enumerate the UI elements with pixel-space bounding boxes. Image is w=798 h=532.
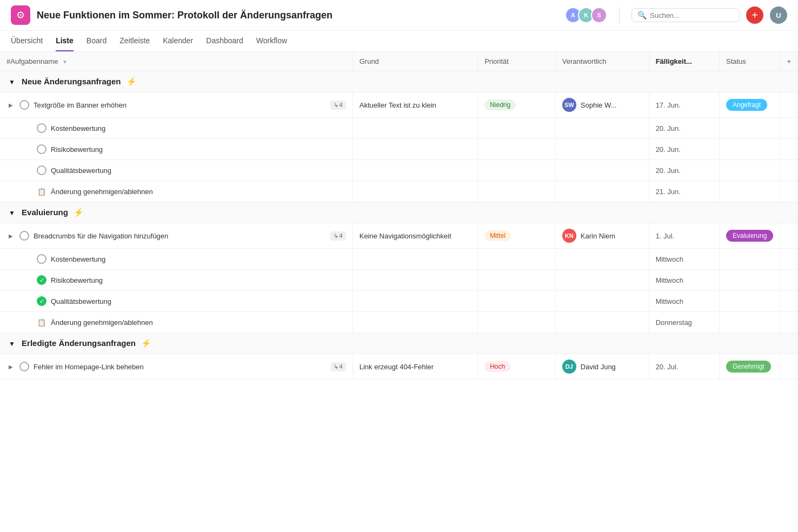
app-header: ⚙ Neue Funktionen im Sommer: Protokoll d… (0, 0, 798, 31)
section-lightning-evaluierung: ⚡ (74, 208, 84, 217)
subtask-doc-cell-row1s4: 📋 Änderung genehmigen/ablehnen (0, 181, 353, 202)
header-divider (619, 7, 620, 23)
grund-sub-row2s3 (353, 291, 477, 312)
expand-btn-row2[interactable]: ▶ (6, 231, 15, 240)
check-icon-row2s2[interactable] (37, 275, 46, 285)
col-add[interactable]: + (780, 52, 798, 71)
row-add-sub-row1s1[interactable] (780, 118, 798, 139)
date-cell-row3: 20. Jul. (649, 354, 719, 380)
subtask-cell-row1s1: Kostenbewertung (0, 118, 353, 139)
avatar-3[interactable]: S (591, 7, 607, 23)
tab-liste[interactable]: Liste (56, 31, 74, 51)
section-lightning-neue: ⚡ (127, 77, 137, 86)
section-collapse-evaluierung[interactable]: ▼ (9, 209, 15, 217)
status-doc-row1s4 (719, 181, 780, 202)
col-verantwortlich: Verantwortlich (555, 52, 649, 71)
check-icon-row2s1[interactable] (37, 254, 46, 264)
check-icon-row1s3[interactable] (37, 165, 46, 175)
task-badge-row1: ↳ 4 (330, 101, 346, 110)
check-icon-row1s1[interactable] (37, 123, 46, 133)
prio-cell-row2: Mittel (478, 223, 556, 249)
grund-cell-row3: Link erzeugt 404-Fehler (353, 354, 477, 380)
priority-badge-row2: Mittel (484, 230, 511, 241)
tab-dashboard[interactable]: Dashboard (206, 31, 243, 51)
date-cell-row2: 1. Jul. (649, 223, 719, 249)
col-faelligkeit: Fälligkeit... (649, 52, 719, 71)
check-icon-row2s3[interactable] (37, 296, 46, 306)
tab-uebersicht[interactable]: Übersicht (11, 31, 43, 51)
row-add-sub-row1s2[interactable] (780, 139, 798, 160)
row-add-sub-row1s3[interactable] (780, 160, 798, 181)
check-icon-row1[interactable] (19, 100, 29, 110)
task-name-row1s4: Änderung genehmigen/ablehnen (51, 188, 346, 196)
verant-sub-row1s3 (555, 160, 649, 181)
task-name-row1: Textgröße im Banner erhöhen (34, 101, 326, 109)
verant-cell-row2: KN Karin Niem (555, 223, 649, 249)
task-cell-row2: ▶ Breadcrumbs für die Navigation hinzufü… (0, 223, 353, 249)
grund-sub-row2s2 (353, 270, 477, 291)
task-name-row1s2: Risikobewertung (51, 145, 346, 154)
table-body: ▼ Neue Änderungsanfragen ⚡ ▶ Textgröße i… (0, 71, 798, 380)
tab-zeitleiste[interactable]: Zeitleiste (119, 31, 150, 51)
row-add-row2[interactable] (780, 223, 798, 249)
task-name-row2s3: Qualitätsbewertung (51, 297, 346, 305)
prio-doc-row2s4 (478, 312, 556, 333)
task-name-row1s3: Qualitätsbewertung (51, 167, 346, 175)
tab-workflow[interactable]: Workflow (256, 31, 287, 51)
status-sub-row1s2 (719, 139, 780, 160)
date-sub-row2s1: Mittwoch (649, 249, 719, 270)
row-add-doc-row1s4[interactable] (780, 181, 798, 202)
status-sub-row2s1 (719, 249, 780, 270)
search-input[interactable] (650, 11, 734, 19)
user-avatar[interactable]: U (770, 6, 787, 24)
row-add-sub-row2s1[interactable] (780, 249, 798, 270)
verant-sub-row2s3 (555, 291, 649, 312)
search-box[interactable]: 🔍 (631, 8, 740, 22)
section-collapse-neue[interactable]: ▼ (9, 78, 15, 86)
sort-task-icon[interactable]: ▼ (62, 59, 68, 65)
prio-cell-row1: Niedrig (478, 92, 556, 118)
subtask-count: 4 (340, 363, 343, 370)
task-cell-row1: ▶ Textgröße im Banner erhöhen ↳ 4 (0, 92, 353, 118)
subtask-cell-row2s3: Qualitätsbewertung (0, 291, 353, 312)
section-erledigt[interactable]: ▼ Erledigte Änderungsanfragen ⚡ (0, 333, 798, 354)
add-button[interactable]: + (746, 6, 763, 24)
table-row: Qualitätsbewertung 20. Jun. (0, 160, 798, 181)
tab-board[interactable]: Board (87, 31, 107, 51)
doc-icon-row1s4: 📋 (37, 187, 46, 196)
tab-kalender[interactable]: Kalender (163, 31, 193, 51)
date-sub-row2s2: Mittwoch (649, 270, 719, 291)
status-sub-row2s3 (719, 291, 780, 312)
grund-sub-row1s1 (353, 118, 477, 139)
row-add-doc-row2s4[interactable] (780, 312, 798, 333)
status-cell-row2: Evaluierung (719, 223, 780, 249)
date-sub-row1s1: 20. Jun. (649, 118, 719, 139)
priority-badge-row3: Hoch (484, 361, 510, 372)
expand-btn-row1[interactable]: ▶ (6, 101, 15, 109)
date-doc-row2s4: Donnerstag (649, 312, 719, 333)
row-add-sub-row2s3[interactable] (780, 291, 798, 312)
grund-doc-row1s4 (353, 181, 477, 202)
section-collapse-erledigt[interactable]: ▼ (9, 340, 15, 348)
status-badge-row3: Genehmigt (726, 361, 771, 373)
section-evaluierung[interactable]: ▼ Evaluierung ⚡ (0, 202, 798, 223)
verant-sub-row2s1 (555, 249, 649, 270)
assignee-avatar-row2: KN (562, 229, 576, 243)
table-row: Qualitätsbewertung Mittwoch (0, 291, 798, 312)
task-name-row2s4: Änderung genehmigen/ablehnen (51, 318, 346, 327)
task-badge-row3: ↳ 4 (330, 362, 346, 371)
row-add-sub-row2s2[interactable] (780, 270, 798, 291)
row-add-row1[interactable] (780, 92, 798, 118)
check-icon-row3[interactable] (19, 362, 29, 371)
row-add-row3[interactable] (780, 354, 798, 380)
section-neue[interactable]: ▼ Neue Änderungsanfragen ⚡ (0, 71, 798, 92)
status-badge-row2: Evaluierung (726, 230, 773, 242)
expand-btn-row3[interactable]: ▶ (6, 362, 15, 371)
col-prioritaet: Priorität (478, 52, 556, 71)
table-row: ▶ Breadcrumbs für die Navigation hinzufü… (0, 223, 798, 249)
check-icon-row1s2[interactable] (37, 144, 46, 154)
table-header: #Aufgabenname ▼ Grund Priorität Verantwo… (0, 52, 798, 71)
verant-sub-row1s2 (555, 139, 649, 160)
task-cell-row3: ▶ Fehler im Homepage-Link beheben ↳ 4 (0, 354, 353, 380)
check-icon-row2[interactable] (19, 231, 29, 241)
